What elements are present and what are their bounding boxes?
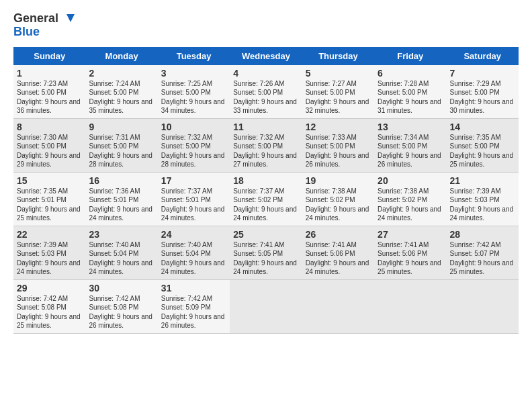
day-cell-17: 17Sunrise: 7:37 AMSunset: 5:01 PMDayligh… [158, 172, 230, 226]
day-info: Sunrise: 7:32 AMSunset: 5:00 PMDaylight:… [161, 134, 225, 169]
day-number: 21 [450, 175, 515, 186]
empty-cell [302, 279, 374, 333]
logo-bird-icon [60, 13, 75, 25]
day-info: Sunrise: 7:37 AMSunset: 5:01 PMDaylight:… [161, 187, 225, 222]
weekday-header-thursday: Thursday [302, 47, 374, 65]
day-number: 22 [17, 229, 82, 240]
day-info: Sunrise: 7:42 AMSunset: 5:07 PMDaylight:… [450, 241, 514, 276]
day-cell-5: 5Sunrise: 7:27 AMSunset: 5:00 PMDaylight… [302, 65, 374, 119]
day-cell-12: 12Sunrise: 7:33 AMSunset: 5:00 PMDayligh… [302, 118, 374, 172]
day-cell-22: 22Sunrise: 7:39 AMSunset: 5:03 PMDayligh… [13, 226, 85, 279]
day-info: Sunrise: 7:33 AMSunset: 5:00 PMDaylight:… [306, 134, 369, 169]
day-number: 7 [450, 68, 515, 79]
weekday-header-sunday: Sunday [13, 47, 85, 65]
empty-cell [230, 279, 302, 333]
day-number: 19 [306, 175, 371, 186]
day-number: 27 [378, 229, 443, 240]
day-info: Sunrise: 7:38 AMSunset: 5:02 PMDaylight:… [378, 187, 441, 222]
day-cell-26: 26Sunrise: 7:41 AMSunset: 5:06 PMDayligh… [302, 226, 374, 279]
day-info: Sunrise: 7:42 AMSunset: 5:08 PMDaylight:… [89, 295, 152, 330]
day-number: 28 [450, 229, 515, 240]
day-cell-19: 19Sunrise: 7:38 AMSunset: 5:02 PMDayligh… [302, 172, 374, 226]
day-info: Sunrise: 7:37 AMSunset: 5:02 PMDaylight:… [233, 187, 297, 222]
day-number: 6 [378, 68, 443, 79]
day-number: 12 [306, 122, 371, 132]
weekday-header-friday: Friday [374, 47, 446, 65]
day-info: Sunrise: 7:39 AMSunset: 5:03 PMDaylight:… [17, 241, 81, 276]
week-row-3: 15Sunrise: 7:35 AMSunset: 5:01 PMDayligh… [13, 172, 519, 226]
header: General Blue [13, 12, 519, 39]
day-cell-28: 28Sunrise: 7:42 AMSunset: 5:07 PMDayligh… [447, 226, 519, 279]
day-cell-15: 15Sunrise: 7:35 AMSunset: 5:01 PMDayligh… [13, 172, 85, 226]
day-cell-23: 23Sunrise: 7:40 AMSunset: 5:04 PMDayligh… [85, 226, 157, 279]
svg-marker-0 [66, 14, 75, 22]
day-info: Sunrise: 7:42 AMSunset: 5:08 PMDaylight:… [17, 295, 81, 330]
day-cell-25: 25Sunrise: 7:41 AMSunset: 5:05 PMDayligh… [230, 226, 302, 279]
day-cell-30: 30Sunrise: 7:42 AMSunset: 5:08 PMDayligh… [85, 279, 157, 333]
day-info: Sunrise: 7:36 AMSunset: 5:01 PMDaylight:… [89, 187, 152, 222]
day-number: 25 [233, 229, 298, 240]
weekday-header-row: SundayMondayTuesdayWednesdayThursdayFrid… [13, 47, 519, 65]
day-info: Sunrise: 7:39 AMSunset: 5:03 PMDaylight:… [450, 187, 514, 222]
day-info: Sunrise: 7:38 AMSunset: 5:02 PMDaylight:… [306, 187, 369, 222]
empty-cell [447, 279, 519, 333]
weekday-header-wednesday: Wednesday [230, 47, 302, 65]
week-row-2: 8Sunrise: 7:30 AMSunset: 5:00 PMDaylight… [13, 118, 519, 172]
day-cell-27: 27Sunrise: 7:41 AMSunset: 5:06 PMDayligh… [374, 226, 446, 279]
day-number: 13 [378, 122, 443, 132]
day-info: Sunrise: 7:34 AMSunset: 5:00 PMDaylight:… [378, 134, 441, 169]
day-info: Sunrise: 7:28 AMSunset: 5:00 PMDaylight:… [378, 80, 441, 115]
empty-cell [374, 279, 446, 333]
day-info: Sunrise: 7:23 AMSunset: 5:00 PMDaylight:… [17, 80, 81, 115]
day-number: 30 [89, 283, 154, 293]
day-info: Sunrise: 7:35 AMSunset: 5:01 PMDaylight:… [17, 187, 81, 222]
day-number: 14 [450, 122, 515, 132]
day-number: 16 [89, 175, 154, 186]
day-cell-24: 24Sunrise: 7:40 AMSunset: 5:04 PMDayligh… [158, 226, 230, 279]
day-number: 1 [17, 68, 82, 79]
day-number: 4 [233, 68, 298, 79]
logo-general: General [13, 12, 58, 26]
day-number: 29 [17, 283, 82, 293]
day-info: Sunrise: 7:32 AMSunset: 5:00 PMDaylight:… [233, 134, 297, 169]
day-number: 26 [306, 229, 371, 240]
day-cell-29: 29Sunrise: 7:42 AMSunset: 5:08 PMDayligh… [13, 279, 85, 333]
day-info: Sunrise: 7:31 AMSunset: 5:00 PMDaylight:… [89, 134, 152, 169]
day-number: 8 [17, 122, 82, 132]
day-cell-16: 16Sunrise: 7:36 AMSunset: 5:01 PMDayligh… [85, 172, 157, 226]
day-cell-31: 31Sunrise: 7:42 AMSunset: 5:09 PMDayligh… [158, 279, 230, 333]
weekday-header-tuesday: Tuesday [158, 47, 230, 65]
day-cell-13: 13Sunrise: 7:34 AMSunset: 5:00 PMDayligh… [374, 118, 446, 172]
day-info: Sunrise: 7:40 AMSunset: 5:04 PMDaylight:… [89, 241, 152, 276]
day-number: 15 [17, 175, 82, 186]
day-info: Sunrise: 7:24 AMSunset: 5:00 PMDaylight:… [89, 80, 152, 115]
week-row-5: 29Sunrise: 7:42 AMSunset: 5:08 PMDayligh… [13, 279, 519, 333]
day-number: 9 [89, 122, 154, 132]
day-number: 3 [161, 68, 226, 79]
day-cell-9: 9Sunrise: 7:31 AMSunset: 5:00 PMDaylight… [85, 118, 157, 172]
day-cell-7: 7Sunrise: 7:29 AMSunset: 5:00 PMDaylight… [447, 65, 519, 119]
day-number: 31 [161, 283, 226, 293]
day-number: 24 [161, 229, 226, 240]
day-cell-3: 3Sunrise: 7:25 AMSunset: 5:00 PMDaylight… [158, 65, 230, 119]
day-info: Sunrise: 7:25 AMSunset: 5:00 PMDaylight:… [161, 80, 225, 115]
logo: General Blue [13, 12, 75, 39]
day-number: 20 [378, 175, 443, 186]
logo-container: General Blue [13, 12, 75, 39]
day-info: Sunrise: 7:41 AMSunset: 5:06 PMDaylight:… [378, 241, 441, 276]
calendar-table: SundayMondayTuesdayWednesdayThursdayFrid… [13, 47, 519, 334]
day-number: 2 [89, 68, 154, 79]
day-cell-18: 18Sunrise: 7:37 AMSunset: 5:02 PMDayligh… [230, 172, 302, 226]
week-row-1: 1Sunrise: 7:23 AMSunset: 5:00 PMDaylight… [13, 65, 519, 119]
day-info: Sunrise: 7:26 AMSunset: 5:00 PMDaylight:… [233, 80, 297, 115]
weekday-header-monday: Monday [85, 47, 157, 65]
day-cell-21: 21Sunrise: 7:39 AMSunset: 5:03 PMDayligh… [447, 172, 519, 226]
day-info: Sunrise: 7:40 AMSunset: 5:04 PMDaylight:… [161, 241, 225, 276]
day-cell-11: 11Sunrise: 7:32 AMSunset: 5:00 PMDayligh… [230, 118, 302, 172]
day-cell-4: 4Sunrise: 7:26 AMSunset: 5:00 PMDaylight… [230, 65, 302, 119]
day-cell-2: 2Sunrise: 7:24 AMSunset: 5:00 PMDaylight… [85, 65, 157, 119]
day-number: 17 [161, 175, 226, 186]
day-info: Sunrise: 7:41 AMSunset: 5:05 PMDaylight:… [233, 241, 297, 276]
week-row-4: 22Sunrise: 7:39 AMSunset: 5:03 PMDayligh… [13, 226, 519, 279]
day-number: 10 [161, 122, 226, 132]
